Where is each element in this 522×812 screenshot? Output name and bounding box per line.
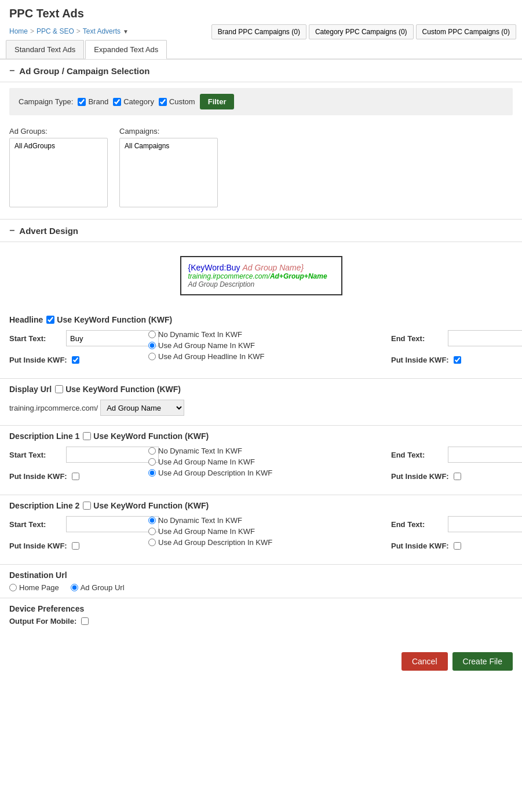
desc1-end-text-input[interactable] — [448, 447, 522, 463]
display-url-base: training.irpcommerce.com/ — [9, 404, 98, 412]
headline-kwf-checkbox-label[interactable]: Use KeyWord Function (KWF) — [46, 315, 172, 324]
headline-kwf-label: Use KeyWord Function (KWF) — [57, 315, 172, 324]
display-url-kwf-checkbox[interactable] — [55, 385, 63, 393]
headline-radio-none-input[interactable] — [148, 331, 156, 338]
desc2-left-col: Start Text: Put Inside KWF: — [9, 516, 137, 555]
desc2-end-put-inside-row: Put Inside KWF: — [391, 542, 513, 550]
campaigns-listbox[interactable]: All Campaigns — [119, 138, 218, 207]
advert-preview: {KeyWord:Buy Ad Group Name} training.irp… — [180, 256, 342, 295]
desc2-right-col: End Text: Put Inside KWF: — [385, 516, 513, 555]
desc2-end-put-inside-checkbox[interactable] — [454, 542, 461, 550]
tab-expanded[interactable]: Expanded Text Ads — [85, 40, 167, 59]
display-url-label: Display Url — [9, 385, 52, 394]
cancel-button[interactable]: Cancel — [401, 652, 448, 671]
category-checkbox-label[interactable]: Category — [113, 97, 154, 106]
desc1-end-put-inside-checkbox[interactable] — [454, 473, 461, 480]
category-campaigns-button[interactable]: Category PPC Campaigns (0) — [309, 24, 414, 39]
section-header-adgroup: − Ad Group / Campaign Selection — [0, 60, 522, 82]
headline-radio-adgroup-input[interactable] — [148, 342, 156, 349]
desc2-radio-adgroup-input[interactable] — [148, 528, 156, 535]
breadcrumb-dropdown-icon[interactable]: ▼ — [123, 28, 129, 35]
headline-mid-col: No Dynamic Text In KWF Use Ad Group Name… — [137, 330, 385, 361]
desc2-kwf-checkbox[interactable] — [83, 502, 91, 510]
page-title: PPC Text Ads — [9, 7, 513, 20]
destination-adgroup-radio[interactable] — [71, 584, 78, 591]
ad-groups-section: Ad Groups: All AdGroups Campaigns: All C… — [0, 121, 522, 213]
desc2-radio-description[interactable]: Use Ad Group Description In KWF — [148, 538, 385, 547]
breadcrumb-sep2: > — [76, 27, 81, 35]
desc2-radio-adgroup[interactable]: Use Ad Group Name In KWF — [148, 527, 385, 536]
tab-standard[interactable]: Standard Text Ads — [6, 40, 84, 58]
headline-radio-adgroup[interactable]: Use Ad Group Name In KWF — [148, 341, 385, 350]
headline-end-text-input[interactable] — [448, 330, 522, 346]
brand-checkbox-label[interactable]: Brand — [78, 97, 108, 106]
breadcrumb-home[interactable]: Home — [9, 27, 28, 35]
desc2-radio-none-input[interactable] — [148, 517, 156, 524]
breadcrumb-ppc[interactable]: PPC & SEO — [36, 27, 74, 35]
desc1-section: Description Line 1 Use KeyWord Function … — [0, 426, 522, 495]
headline-left-col: Start Text: Put Inside KWF: — [9, 330, 137, 369]
desc1-radio-description[interactable]: Use Ad Group Description In KWF — [148, 469, 385, 477]
desc1-radio-description-label: Use Ad Group Description In KWF — [158, 469, 272, 477]
collapse-icon-advert[interactable]: − — [9, 225, 14, 236]
desc2-kwf-text: Use KeyWord Function (KWF) — [93, 501, 209, 510]
desc2-section: Description Line 2 Use KeyWord Function … — [0, 495, 522, 564]
desc1-kwf-checkbox[interactable] — [83, 432, 91, 440]
custom-checkbox-label[interactable]: Custom — [159, 97, 195, 106]
desc1-radio-adgroup[interactable]: Use Ad Group Name In KWF — [148, 458, 385, 466]
destination-homepage-label[interactable]: Home Page — [9, 583, 59, 592]
headline-end-text-row: End Text: — [391, 330, 513, 346]
desc2-kwf-checkbox-label[interactable]: Use KeyWord Function (KWF) — [83, 501, 209, 510]
desc1-left-col: Start Text: Put Inside KWF: — [9, 447, 137, 485]
destination-adgroup-label[interactable]: Ad Group Url — [71, 583, 125, 592]
category-checkbox[interactable] — [113, 98, 121, 106]
output-mobile-checkbox[interactable] — [81, 617, 89, 625]
collapse-icon-adgroup[interactable]: − — [9, 65, 14, 76]
desc1-kwf-checkbox-label[interactable]: Use KeyWord Function (KWF) — [83, 431, 209, 441]
desc1-radio-adgroup-input[interactable] — [148, 458, 156, 466]
desc1-radio-none-input[interactable] — [148, 447, 156, 455]
headline-title: Headline Use KeyWord Function (KWF) — [9, 315, 513, 324]
headline-radio-none[interactable]: No Dynamic Text In KWF — [148, 330, 385, 339]
desc1-radio-none[interactable]: No Dynamic Text In KWF — [148, 447, 385, 455]
headline-radio-headline-input[interactable] — [148, 353, 156, 360]
destination-radios: Home Page Ad Group Url — [9, 583, 513, 592]
desc2-form-row: Start Text: Put Inside KWF: No Dynamic T… — [9, 516, 513, 555]
create-file-button[interactable]: Create File — [452, 652, 513, 671]
campaigns-label: Campaigns: — [119, 127, 218, 136]
headline-right-col: End Text: Put Inside KWF: — [385, 330, 513, 369]
desc1-radio-none-label: No Dynamic Text In KWF — [158, 447, 242, 455]
custom-checkbox[interactable] — [159, 98, 167, 106]
output-mobile-label: Output For Mobile: — [9, 617, 76, 626]
desc2-mid-col: No Dynamic Text In KWF Use Ad Group Name… — [137, 516, 385, 547]
brand-checkbox[interactable] — [78, 98, 86, 106]
headline-radio-none-label: No Dynamic Text In KWF — [158, 330, 242, 339]
custom-label: Custom — [169, 97, 195, 106]
desc2-radio-description-input[interactable] — [148, 539, 156, 546]
brand-campaigns-button[interactable]: Brand PPC Campaigns (0) — [211, 24, 306, 39]
desc2-end-text-input[interactable] — [448, 516, 522, 532]
filter-button[interactable]: Filter — [200, 94, 235, 109]
desc1-title: Description Line 1 Use KeyWord Function … — [9, 431, 513, 441]
ad-groups-label: Ad Groups: — [9, 127, 108, 136]
display-url-select[interactable]: Ad Group Name Ad Group Headline No Dynam… — [100, 400, 184, 416]
desc1-put-inside-checkbox[interactable] — [72, 473, 79, 480]
ad-groups-listbox[interactable]: All AdGroups — [9, 138, 108, 207]
custom-campaigns-button[interactable]: Custom PPC Campaigns (0) — [416, 24, 516, 39]
headline-form-row: Start Text: Put Inside KWF: No Dynamic T… — [9, 330, 513, 369]
headline-kwf-checkbox[interactable] — [46, 316, 54, 324]
breadcrumb-text-adverts[interactable]: Text Adverts — [83, 27, 121, 35]
ad-groups-default-option[interactable]: All AdGroups — [12, 141, 105, 151]
headline-put-inside-checkbox[interactable] — [72, 356, 79, 364]
headline-radio-headline[interactable]: Use Ad Group Headline In KWF — [148, 352, 385, 361]
campaigns-default-option[interactable]: All Campaigns — [122, 141, 215, 151]
display-url-kwf-label[interactable]: Use KeyWord Function (KWF) — [55, 385, 181, 394]
preview-kwf-text: {KeyWord:Buy — [188, 263, 240, 272]
desc2-radio-none[interactable]: No Dynamic Text In KWF — [148, 516, 385, 525]
desc2-put-inside-checkbox[interactable] — [72, 542, 79, 550]
headline-end-put-inside-checkbox[interactable] — [454, 356, 461, 364]
desc1-radio-description-input[interactable] — [148, 469, 156, 477]
destination-homepage-text: Home Page — [19, 583, 59, 592]
destination-homepage-radio[interactable] — [9, 584, 17, 591]
breadcrumb-sep1: > — [30, 27, 34, 35]
